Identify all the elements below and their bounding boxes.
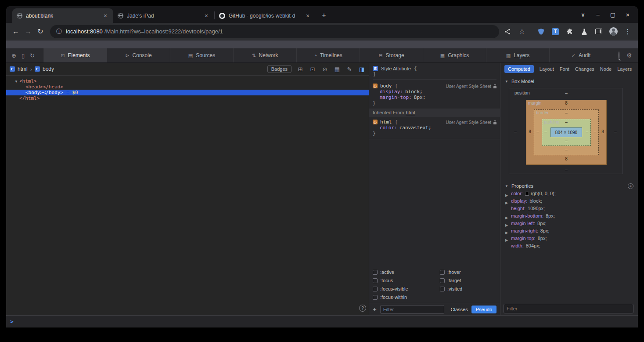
extension-shield-icon[interactable] <box>536 27 546 36</box>
address-bar[interactable]: ⓘ localhost:8080/Main.html?ws=localhost:… <box>50 25 499 38</box>
breadcrumb-html[interactable]: html <box>18 66 28 72</box>
computed-property[interactable]: ▶margin-top:8px; <box>500 235 638 242</box>
pseudo-checkbox[interactable] <box>373 287 378 291</box>
close-tab-icon[interactable]: × <box>304 12 311 19</box>
computed-property[interactable]: ▶margin-right:8px; <box>500 227 638 235</box>
properties-filter-icon[interactable]: ≡ <box>628 183 633 189</box>
tab-title: about:blank <box>26 13 98 19</box>
tab-console[interactable]: ⊳Console <box>107 48 170 62</box>
inherited-link[interactable]: html <box>406 110 415 115</box>
margin-top-value: 8 <box>526 101 607 106</box>
console-icon: ⊳ <box>125 53 129 58</box>
close-tab-icon[interactable]: × <box>203 12 210 19</box>
inspect-element-icon[interactable]: ⊕ <box>11 52 16 59</box>
css-property[interactable]: display:block; <box>373 89 496 95</box>
computed-property[interactable]: height:1090px; <box>500 205 638 212</box>
tab-sources[interactable]: ▤Sources <box>170 48 233 62</box>
split-view-icon[interactable]: ◨ <box>358 66 365 73</box>
pseudo-checkbox[interactable] <box>373 278 378 283</box>
add-rule-icon[interactable]: + <box>373 306 377 313</box>
quick-console[interactable]: > <box>6 315 638 327</box>
print-styles-icon[interactable]: ⊡ <box>309 66 316 73</box>
computed-property[interactable]: width:804px; <box>500 242 638 250</box>
tab-storage[interactable]: ⊟Storage <box>360 48 423 62</box>
pseudo-checkbox[interactable] <box>373 270 378 275</box>
tab-network[interactable]: ⇅Network <box>233 48 296 62</box>
forward-button[interactable]: → <box>22 25 34 38</box>
extensions-puzzle-icon[interactable] <box>565 27 575 36</box>
tab-computed[interactable]: Computed <box>504 65 534 73</box>
css-property[interactable]: color:canvastext; <box>373 125 496 131</box>
menu-kebab-icon[interactable]: ⋮ <box>623 27 633 36</box>
globe-favicon <box>17 13 22 18</box>
reload-button[interactable]: ↻ <box>34 25 47 38</box>
page-reload-icon[interactable]: ↻ <box>30 52 35 59</box>
dom-toolbar-icons: Badges ⊞ ⊡ ⊘ ▦ ✎ ◨ <box>267 65 365 73</box>
styles-panel: E Style Attribute { } {} body { User Age… <box>369 63 500 315</box>
tab-elements[interactable]: ⊡Elements <box>43 48 107 62</box>
breadcrumb-body[interactable]: body <box>43 66 54 72</box>
browser-tab-about-blank[interactable]: about:blank × <box>12 8 113 23</box>
tab-font[interactable]: Font <box>560 66 569 72</box>
tab-node[interactable]: Node <box>600 66 612 72</box>
css-rule-html[interactable]: {} html { User Agent Style Sheet color:c… <box>369 116 500 139</box>
layout-grid-icon[interactable]: ▦ <box>334 66 341 73</box>
back-button[interactable]: ← <box>10 25 22 38</box>
computed-property[interactable]: ▶display:block; <box>500 197 638 205</box>
tab-audit[interactable]: ✓Audit <box>549 48 612 62</box>
share-icon[interactable] <box>503 27 512 36</box>
help-button[interactable]: ? <box>359 305 366 312</box>
side-panel-icon[interactable] <box>594 27 604 36</box>
device-settings-icon[interactable]: ▯ <box>22 52 25 59</box>
computed-property[interactable]: ▶margin-left:8px; <box>500 220 638 227</box>
minimize-button[interactable]: – <box>591 8 604 21</box>
pseudo-checkbox[interactable] <box>440 270 445 275</box>
tab-layers[interactable]: Layers <box>617 66 632 72</box>
maximize-button[interactable]: ▢ <box>606 8 619 21</box>
pseudo-checkbox[interactable] <box>440 287 445 291</box>
tab-layout[interactable]: Layout <box>540 66 554 72</box>
styles-filter-input[interactable] <box>380 305 444 314</box>
search-icon[interactable] <box>619 52 619 59</box>
tab-timelines[interactable]: ◔Timelines <box>296 48 360 62</box>
properties-header[interactable]: ▼ Properties ≡ <box>500 180 638 190</box>
timelines-icon: ◔ <box>314 53 317 58</box>
gear-icon[interactable]: ⚙ <box>626 52 632 59</box>
pseudo-button[interactable]: Pseudo <box>471 306 496 313</box>
disclosure-open-icon[interactable]: ▼ <box>13 79 19 84</box>
computed-property[interactable]: ▶margin-bottom:8px; <box>500 212 638 220</box>
position-top: – <box>564 91 569 95</box>
extension-translate-icon[interactable]: T <box>550 27 560 36</box>
box-model-header[interactable]: ▼ Box Model <box>500 75 638 85</box>
pseudo-checkbox[interactable] <box>440 278 445 283</box>
extension-flask-icon[interactable] <box>579 27 589 36</box>
pseudo-checkbox[interactable] <box>373 295 378 300</box>
badges-button[interactable]: Badges <box>267 65 291 73</box>
tab-label: Timelines <box>320 52 342 58</box>
dom-node-html-close[interactable]: </html> <box>6 95 369 101</box>
tab-changes[interactable]: Changes <box>575 66 594 72</box>
close-tab-icon[interactable]: × <box>102 12 109 19</box>
dom-node-head[interactable]: <head></head> <box>6 84 369 90</box>
force-pseudo-icon[interactable]: ⊘ <box>321 66 328 73</box>
computed-property[interactable]: ▶color:rgb(0, 0, 0); <box>500 190 638 197</box>
dom-node-body-selected[interactable]: <body></body>= $0 <box>6 90 369 95</box>
css-rule-body[interactable]: {} body { User Agent Style Sheet display… <box>369 80 500 109</box>
profile-avatar[interactable] <box>608 27 618 36</box>
computed-filter-input[interactable] <box>504 304 633 313</box>
tab-graphics[interactable]: ▦Graphics <box>423 48 486 62</box>
browser-tab-jades-ipad[interactable]: Jade's iPad × <box>113 8 214 23</box>
grid-overlay-icon[interactable]: ⊞ <box>297 66 304 73</box>
chevron-down-icon[interactable]: ∨ <box>576 8 590 21</box>
edit-icon[interactable]: ✎ <box>346 66 353 73</box>
css-property[interactable]: margin-top:8px; <box>373 95 496 100</box>
classes-button[interactable]: Classes <box>451 307 468 312</box>
tab-layers[interactable]: ▧Layers <box>486 48 549 62</box>
dom-node-html-open[interactable]: ▼<html> <box>6 78 369 84</box>
dom-panel: E html › E body Badges ⊞ ⊡ ⊘ ▦ ✎ ◨ <box>6 63 369 315</box>
site-info-icon[interactable]: ⓘ <box>56 28 62 36</box>
close-window-button[interactable]: × <box>621 8 634 21</box>
browser-tab-github[interactable]: GitHub - google/ios-webkit-d × <box>215 8 316 23</box>
new-tab-button[interactable]: + <box>318 10 330 21</box>
bookmark-star-icon[interactable]: ☆ <box>517 27 527 36</box>
